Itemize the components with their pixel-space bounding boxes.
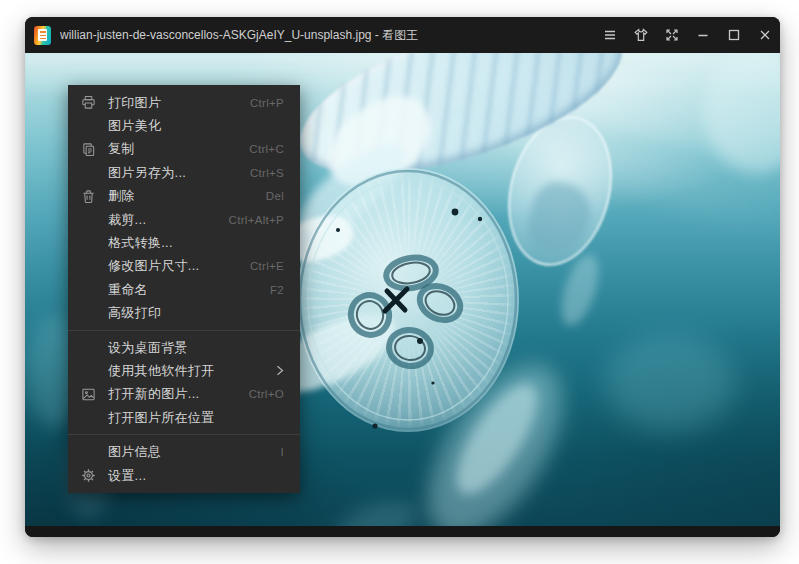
window-controls — [594, 17, 780, 53]
menu-item-label: 重命名 — [108, 281, 148, 299]
gear-icon — [81, 468, 108, 484]
menu-item-delete[interactable]: 删除 Del — [68, 185, 300, 208]
menu-item-print-image[interactable]: 打印图片 Ctrl+P — [68, 91, 300, 114]
close-button[interactable] — [749, 17, 780, 53]
menu-item-open-location[interactable]: 打开图片所在位置 — [68, 406, 300, 429]
menu-item-beautify-image[interactable]: 图片美化 — [68, 114, 300, 137]
trash-icon — [81, 188, 108, 204]
menu-item-shortcut: Ctrl+Alt+P — [229, 214, 284, 226]
maximize-icon — [726, 27, 742, 43]
menu-icon-placeholder — [81, 258, 108, 274]
menu-icon-placeholder — [81, 305, 108, 321]
skin-button[interactable] — [625, 17, 656, 53]
menu-item-shortcut: Ctrl+P — [250, 97, 284, 109]
menu-item-rename[interactable]: 重命名 F2 — [68, 278, 300, 301]
menu-item-open-new-image[interactable]: 打开新的图片... Ctrl+O — [68, 383, 300, 406]
menu-item-label: 修改图片尺寸... — [108, 257, 200, 275]
menu-item-shortcut: Del — [266, 190, 284, 202]
menu-icon-placeholder — [81, 212, 108, 228]
copy-icon — [81, 141, 108, 157]
menu-item-label: 图片美化 — [108, 117, 161, 135]
hamburger-icon — [602, 27, 618, 43]
menu-icon-placeholder — [81, 363, 108, 379]
menu-item-shortcut: F2 — [270, 284, 284, 296]
menu-item-label: 打开新的图片... — [108, 385, 200, 403]
menu-icon-placeholder — [81, 282, 108, 298]
minimize-icon — [695, 27, 711, 43]
menu-item-shortcut: Ctrl+S — [250, 167, 284, 179]
menu-item-label: 裁剪... — [108, 211, 146, 229]
titlebar: willian-justen-de-vasconcellos-ASKGjAeIY… — [25, 17, 780, 53]
menu-icon-placeholder — [81, 165, 108, 181]
tshirt-icon — [633, 27, 649, 43]
menu-item-set-wallpaper[interactable]: 设为桌面背景 — [68, 336, 300, 359]
maximize-button[interactable] — [718, 17, 749, 53]
menu-icon-placeholder — [81, 118, 108, 134]
menu-item-label: 高级打印 — [108, 304, 161, 322]
menu-item-resize-image[interactable]: 修改图片尺寸... Ctrl+E — [68, 255, 300, 278]
menu-item-label: 使用其他软件打开 — [108, 362, 214, 380]
menu-item-image-info[interactable]: 图片信息 I — [68, 440, 300, 463]
expand-icon — [664, 27, 680, 43]
menu-item-label: 打印图片 — [108, 94, 161, 112]
menu-item-crop[interactable]: 裁剪... Ctrl+Alt+P — [68, 208, 300, 231]
printer-icon — [81, 95, 108, 111]
menu-item-open-with[interactable]: 使用其他软件打开 — [68, 359, 300, 382]
menu-item-save-as[interactable]: 图片另存为... Ctrl+S — [68, 161, 300, 184]
menu-icon-placeholder — [81, 410, 108, 426]
menu-item-shortcut: I — [281, 446, 285, 458]
fullscreen-button[interactable] — [656, 17, 687, 53]
menu-item-copy[interactable]: 复制 Ctrl+C — [68, 138, 300, 161]
menu-icon-placeholder — [81, 444, 108, 460]
menu-item-convert-format[interactable]: 格式转换... — [68, 231, 300, 254]
main-menu-button[interactable] — [594, 17, 625, 53]
menu-item-label: 设置... — [108, 467, 146, 485]
menu-item-advanced-print[interactable]: 高级打印 — [68, 302, 300, 325]
image-icon — [81, 386, 108, 402]
menu-item-shortcut: Ctrl+O — [249, 388, 284, 400]
menu-icon-placeholder — [81, 235, 108, 251]
close-icon — [757, 27, 773, 43]
menu-separator — [68, 434, 300, 435]
menu-separator — [68, 330, 300, 331]
menu-item-shortcut: Ctrl+E — [250, 260, 284, 272]
context-menu: 打印图片 Ctrl+P 图片美化 复制 Ctrl+C 图片另存为... Ctrl… — [68, 85, 300, 493]
menu-item-label: 设为桌面背景 — [108, 339, 188, 357]
menu-icon-placeholder — [81, 340, 108, 356]
menu-item-label: 打开图片所在位置 — [108, 409, 214, 427]
menu-item-label: 删除 — [108, 187, 135, 205]
menu-item-label: 格式转换... — [108, 234, 173, 252]
app-window: willian-justen-de-vasconcellos-ASKGjAeIY… — [25, 17, 780, 537]
menu-item-settings[interactable]: 设置... — [68, 464, 300, 487]
minimize-button[interactable] — [687, 17, 718, 53]
menu-item-shortcut: Ctrl+C — [249, 143, 284, 155]
menu-item-label: 图片另存为... — [108, 164, 186, 182]
window-title: willian-justen-de-vasconcellos-ASKGjAeIY… — [60, 27, 418, 44]
menu-item-label: 复制 — [108, 140, 135, 158]
submenu-arrow-icon — [276, 365, 284, 376]
menu-item-label: 图片信息 — [108, 443, 161, 461]
app-logo-icon — [34, 26, 51, 45]
